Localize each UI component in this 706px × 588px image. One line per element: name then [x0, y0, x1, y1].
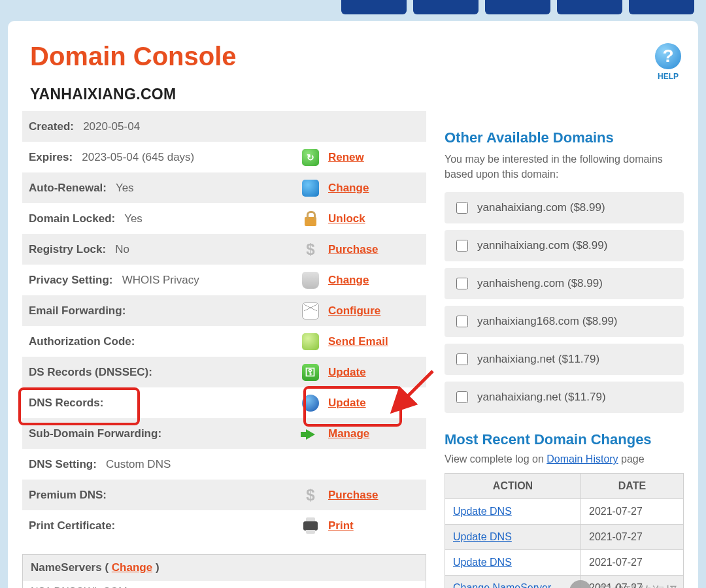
settings-row: DNS Records:Update: [22, 387, 426, 418]
change-action-link[interactable]: Update DNS: [453, 506, 512, 517]
settings-row: Expires: 2023-05-04 (645 days)↻Renew: [22, 142, 426, 172]
nameservers-heading: NameServers: [31, 561, 102, 574]
nav-tab[interactable]: [413, 0, 479, 14]
alt-domain-checkbox[interactable]: [456, 316, 468, 327]
change-date: 2021-07-27: [581, 499, 684, 525]
nameservers-item: NS1.DNSOWL.COM: [23, 581, 426, 588]
domain-name: YANHAIXIANG.COM: [30, 86, 684, 103]
settings-label: Created:: [29, 120, 74, 133]
settings-label: Premium DNS:: [29, 489, 107, 501]
settings-label: DS Records (DNSSEC):: [29, 366, 152, 378]
action-change[interactable]: Change: [328, 182, 369, 194]
nameservers-change-link[interactable]: Change: [112, 561, 152, 574]
settings-label: Email Forwarding:: [29, 304, 126, 317]
action-update[interactable]: Update: [328, 366, 366, 378]
settings-label: DNS Setting:: [29, 458, 97, 470]
settings-label: Privacy Setting:: [29, 274, 113, 286]
settings-row: Domain Locked: YesUnlock: [22, 203, 426, 234]
alt-domain-item: yanahaixiang.com ($8.99): [445, 192, 684, 223]
settings-row: Print Certificate:Print: [22, 510, 426, 541]
settings-label: Print Certificate:: [29, 519, 115, 532]
printer-icon: [302, 517, 319, 534]
settings-row: Authorization Code:Send Email: [22, 326, 426, 357]
bag-icon: [302, 272, 319, 289]
chat-icon: [302, 333, 319, 350]
settings-value: 2023-05-04 (645 days): [82, 151, 194, 163]
change-date: 2021-07-27: [581, 525, 684, 550]
changes-row: Update DNS2021-07-27: [445, 550, 684, 576]
settings-value: Custom DNS: [106, 458, 171, 470]
help-label: HELP: [655, 72, 681, 81]
settings-row: Auto-Renewal: YesChange: [22, 172, 426, 203]
changes-row: Change NameServer2021-07-27: [445, 576, 684, 588]
settings-row: DNS Setting: Custom DNS: [22, 449, 426, 480]
settings-row: Premium DNS:$Purchase: [22, 480, 426, 510]
clock-icon: [302, 180, 319, 197]
settings-row: DS Records (DNSSEC):⚿Update: [22, 357, 426, 387]
settings-panel: Created: 2020-05-04Expires: 2023-05-04 (…: [22, 111, 426, 541]
alt-domain-text: yanahaixiang.net ($11.79): [477, 391, 606, 404]
settings-label: Domain Locked:: [29, 212, 115, 225]
alt-domain-item: yannihaixiang.com ($8.99): [445, 230, 684, 261]
changes-subtext: View complete log on Domain History page: [445, 453, 684, 465]
action-send-email[interactable]: Send Email: [328, 335, 388, 348]
alt-domain-item: yanhaixiang168.com ($8.99): [445, 306, 684, 337]
alt-domains-desc: You may be interested in the following d…: [445, 152, 684, 182]
action-print[interactable]: Print: [328, 519, 354, 532]
nameservers-panel: NameServers ( Change ) NS1.DNSOWL.COM: [22, 554, 426, 588]
settings-row: Created: 2020-05-04: [22, 111, 426, 142]
renew-icon: ↻: [302, 149, 319, 166]
arrow-icon: [302, 425, 319, 442]
alt-domain-checkbox[interactable]: [456, 391, 468, 403]
action-renew[interactable]: Renew: [328, 151, 364, 163]
dollar-icon: $: [302, 487, 319, 504]
action-unlock[interactable]: Unlock: [328, 212, 365, 225]
settings-row: Sub-Domain Forwarding:Manage: [22, 418, 426, 449]
settings-label: Sub-Domain Forwarding:: [29, 427, 161, 440]
settings-value: WHOIS Privacy: [122, 274, 199, 286]
settings-label: DNS Records:: [29, 397, 103, 409]
change-action-link[interactable]: Update DNS: [453, 531, 512, 542]
change-action-link[interactable]: Change NameServer: [453, 582, 551, 588]
nav-tab[interactable]: [485, 0, 550, 14]
action-configure[interactable]: Configure: [328, 304, 380, 317]
settings-value: 2020-05-04: [83, 120, 140, 133]
page-title: Domain Console: [30, 42, 684, 71]
action-change[interactable]: Change: [328, 274, 369, 286]
alt-domain-checkbox[interactable]: [456, 202, 468, 214]
lock-icon: [302, 210, 319, 227]
settings-row: Registry Lock: No$Purchase: [22, 234, 426, 265]
settings-row: Email Forwarding:Configure: [22, 295, 426, 326]
change-date: 2021-07-27: [581, 550, 684, 576]
settings-value: Yes: [116, 182, 134, 194]
change-date: 2021-07-27: [581, 576, 684, 588]
key-icon: ⚿: [302, 364, 319, 381]
page-card: ? HELP Domain Console YANHAIXIANG.COM Cr…: [8, 21, 698, 588]
settings-value: Yes: [124, 212, 143, 225]
mail-icon: [302, 302, 319, 319]
dollar-icon: $: [302, 241, 319, 258]
nav-tab[interactable]: [629, 0, 694, 14]
alt-domain-text: yanhaisheng.com ($8.99): [477, 277, 603, 290]
help-icon[interactable]: ?: [655, 43, 681, 69]
domain-history-link[interactable]: Domain History: [546, 453, 618, 465]
action-update[interactable]: Update: [328, 397, 366, 409]
changes-row: Update DNS2021-07-27: [445, 499, 684, 525]
alt-domain-text: yannihaixiang.com ($8.99): [477, 239, 607, 252]
change-action-link[interactable]: Update DNS: [453, 557, 512, 568]
alt-domain-checkbox[interactable]: [456, 353, 468, 365]
action-manage[interactable]: Manage: [328, 427, 369, 440]
settings-value: No: [115, 243, 129, 255]
action-purchase[interactable]: Purchase: [328, 489, 378, 501]
alt-domain-item: yanhaisheng.com ($8.99): [445, 268, 684, 299]
nav-tab[interactable]: [557, 0, 622, 14]
alt-domain-checkbox[interactable]: [456, 278, 468, 289]
action-purchase[interactable]: Purchase: [328, 243, 378, 255]
alt-domain-checkbox[interactable]: [456, 240, 468, 252]
changes-heading: Most Recent Domain Changes: [445, 431, 684, 448]
alt-domain-item: yanhaixiang.net ($11.79): [445, 344, 684, 375]
globe-icon: [302, 395, 319, 412]
nav-tab[interactable]: [341, 0, 407, 14]
settings-label: Authorization Code:: [29, 335, 135, 348]
alt-domains-heading: Other Available Domains: [445, 129, 684, 146]
